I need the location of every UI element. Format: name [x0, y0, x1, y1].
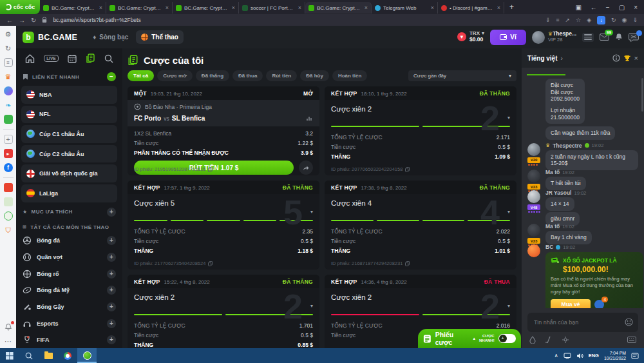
- save-page-icon[interactable]: ⇓: [545, 17, 551, 23]
- avatar[interactable]: [527, 143, 540, 156]
- filter-open[interactable]: Cược mở: [157, 70, 193, 81]
- username[interactable]: JR Yasoul: [545, 190, 571, 196]
- chrome-icon[interactable]: [58, 348, 77, 363]
- tab-close-icon[interactable]: ×: [232, 5, 235, 11]
- notifications-bell-icon[interactable]: [615, 33, 623, 41]
- username[interactable]: Ma tố: [545, 223, 560, 230]
- match-name[interactable]: FC PortovsSL Benfica: [128, 113, 319, 126]
- add-sport-button[interactable]: +: [107, 270, 116, 279]
- settings-gear-icon[interactable]: ⚙: [4, 30, 13, 39]
- profile-icon[interactable]: ◉: [622, 17, 627, 23]
- window-maximize-button[interactable]: ▢: [619, 4, 625, 11]
- avatar[interactable]: [527, 224, 540, 237]
- rain-tip-icon[interactable]: [529, 336, 536, 344]
- bet-card-combo[interactable]: KẾT HỢP18:10, 1 thg 9, 2022ĐÃ THẮNG Cược…: [325, 86, 516, 175]
- new-tab-button[interactable]: +: [504, 3, 519, 12]
- chat-rules-info-icon[interactable]: [612, 54, 620, 62]
- back-icon[interactable]: ←: [6, 17, 13, 24]
- sport-fifa[interactable]: FIFA+: [16, 331, 122, 348]
- shop-green-icon[interactable]: [4, 197, 13, 206]
- gamepad-icon[interactable]: [4, 115, 13, 124]
- browser-tab[interactable]: BC.Game: Crypto Casino×: [173, 2, 239, 14]
- coccoc-taskbar-icon[interactable]: [77, 348, 97, 363]
- window-minimize-button[interactable]: −: [606, 4, 610, 11]
- crown-rewards-icon[interactable]: ♛: [4, 72, 13, 81]
- reload-icon[interactable]: ↻: [31, 17, 36, 24]
- url-text[interactable]: bc.game/vi/sports?bt-path=%2Fbets: [53, 17, 140, 23]
- expand-caret-icon[interactable]: ▾: [507, 209, 510, 215]
- bcgame-logo[interactable]: b BC.GAME: [23, 32, 77, 43]
- file-explorer-icon[interactable]: [39, 348, 58, 363]
- slash-command-icon[interactable]: [545, 336, 553, 344]
- trophy-icon[interactable]: [623, 55, 631, 62]
- plant-icon[interactable]: [4, 211, 13, 221]
- tab-close-icon[interactable]: ×: [431, 5, 434, 11]
- chat-close-icon[interactable]: ×: [634, 54, 638, 62]
- share-bet-button[interactable]: [299, 161, 313, 175]
- quick-link-europa-league[interactable]: Cúp C2 châu Âu: [21, 145, 117, 163]
- bookmark-star-icon[interactable]: ☆: [576, 17, 581, 23]
- balance-selector[interactable]: ▼ TRX▾ $0.00: [457, 31, 484, 43]
- forward-icon[interactable]: →: [19, 17, 25, 24]
- window-close-button[interactable]: ×: [634, 4, 638, 11]
- sport-american-football[interactable]: Bóng đá Mỹ+: [16, 282, 122, 299]
- browser-tab[interactable]: soccer | FC Porto vs SL B×: [239, 2, 305, 14]
- filter-cashout[interactable]: Rút tiền: [266, 70, 297, 81]
- adblock-icon[interactable]: ◈: [587, 17, 591, 23]
- tray-expand-icon[interactable]: ∧: [554, 353, 558, 358]
- chat-sport-icon[interactable]: [629, 33, 639, 42]
- username[interactable]: Thespectre: [553, 142, 582, 149]
- avatar[interactable]: [527, 190, 540, 203]
- sport-basketball[interactable]: Bóng rổ+: [16, 266, 122, 282]
- chat-message-input[interactable]: [527, 313, 638, 332]
- browser-tab[interactable]: • Discord | #games |×: [438, 2, 504, 14]
- quick-bet-toggle[interactable]: +: [498, 334, 516, 343]
- expand-caret-icon[interactable]: ▾: [310, 303, 313, 309]
- tab-overflow-icon[interactable]: ←: [591, 4, 597, 11]
- messenger-icon[interactable]: [4, 86, 13, 95]
- avatar[interactable]: [527, 170, 540, 182]
- cart-icon[interactable]: ⛉: [4, 226, 13, 235]
- live-icon[interactable]: LIVE: [44, 55, 58, 62]
- add-sport-button[interactable]: +: [107, 253, 116, 262]
- tab-close-icon[interactable]: ×: [166, 5, 169, 11]
- tab-close-icon[interactable]: ×: [99, 5, 102, 11]
- stats-icon[interactable]: [307, 115, 313, 121]
- tab-close-icon[interactable]: ×: [298, 5, 301, 11]
- reaction-badge[interactable]: [594, 300, 604, 308]
- add-sport-button[interactable]: +: [107, 302, 116, 311]
- filter-won[interactable]: Đã thắng: [196, 70, 229, 81]
- filter-all[interactable]: Tất cả: [128, 70, 154, 81]
- clock[interactable]: 7:04 PM10/21/2022: [604, 351, 626, 361]
- extension-icon[interactable]: ↻: [611, 17, 616, 23]
- add-sport-button[interactable]: +: [107, 319, 116, 328]
- nav-casino[interactable]: ♦ Sòng bạc: [88, 30, 133, 44]
- chat-settings-icon[interactable]: [562, 336, 569, 344]
- action-center-icon[interactable]: [631, 353, 639, 359]
- sport-tennis[interactable]: Quần vợt+: [16, 249, 122, 266]
- youtube-icon[interactable]: ►: [4, 149, 13, 158]
- browser-tab-active[interactable]: BC.Game: Crypto Casino×: [305, 2, 372, 14]
- add-sport-button[interactable]: +: [107, 286, 116, 295]
- facebook-icon[interactable]: f: [4, 163, 13, 172]
- sort-dropdown[interactable]: Cược gần đây▾: [408, 70, 516, 81]
- tab-search-icon[interactable]: ▣: [575, 4, 581, 11]
- expand-caret-icon[interactable]: ▾: [507, 303, 510, 309]
- coccoc-browser-logo[interactable]: cốc cốc: [0, 0, 40, 14]
- sport-football[interactable]: Bóng đá+: [16, 233, 122, 250]
- quick-link-nfl[interactable]: NFL: [21, 106, 117, 124]
- reading-list-icon[interactable]: ≡: [4, 58, 13, 67]
- copy-icon[interactable]: [405, 167, 410, 172]
- add-sport-button[interactable]: +: [107, 236, 116, 245]
- copy-icon[interactable]: [208, 167, 213, 172]
- sale-promo-icon[interactable]: [4, 183, 13, 192]
- filter-refund[interactable]: Hoàn tiền: [332, 70, 367, 81]
- chat-language-selector[interactable]: Tiếng việt: [527, 55, 558, 62]
- bet-card-combo[interactable]: KẾT HỢP17:38, 9 thg 8, 2022ĐÃ THẮNG Cược…: [325, 181, 516, 270]
- browser-tab[interactable]: BC.Game: Crypto Casino×: [40, 2, 106, 14]
- twitter-icon[interactable]: ❧: [4, 101, 13, 110]
- buy-ticket-button[interactable]: Mua vé: [551, 299, 591, 308]
- keyboard-language[interactable]: ENG: [589, 353, 599, 358]
- user-profile[interactable]: ♛Thespe... VIP 28: [532, 31, 576, 44]
- quick-link-nba[interactable]: NBA: [21, 86, 117, 104]
